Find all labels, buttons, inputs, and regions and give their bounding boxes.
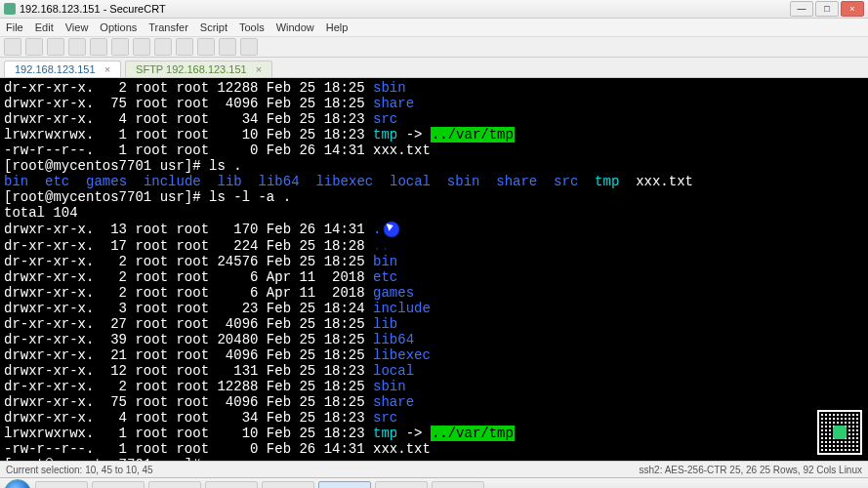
toolbar-button[interactable] bbox=[111, 38, 129, 56]
menu-window[interactable]: Window bbox=[276, 21, 314, 33]
toolbar bbox=[0, 37, 868, 58]
maximize-button[interactable]: □ bbox=[815, 1, 839, 17]
toolbar-button[interactable] bbox=[240, 38, 258, 56]
toolbar-button[interactable] bbox=[197, 38, 215, 56]
menu-view[interactable]: View bbox=[65, 21, 89, 33]
toolbar-button[interactable] bbox=[90, 38, 107, 56]
menu-script[interactable]: Script bbox=[200, 21, 227, 33]
menu-edit[interactable]: Edit bbox=[35, 21, 54, 33]
status-selection: Current selection: 10, 45 to 10, 45 bbox=[6, 465, 153, 475]
toolbar-button[interactable] bbox=[4, 38, 21, 56]
tab-session-sftp[interactable]: SFTP 192.168.123.151 × bbox=[125, 61, 272, 77]
terminal[interactable]: dr-xr-xr-x. 2 root root 12288 Feb 25 18:… bbox=[0, 78, 868, 461]
toolbar-button[interactable] bbox=[133, 38, 150, 56]
taskbar-item[interactable] bbox=[148, 481, 201, 488]
menu-options[interactable]: Options bbox=[100, 21, 137, 33]
tab-session-active[interactable]: 192.168.123.151 × bbox=[4, 61, 121, 77]
menu-file[interactable]: File bbox=[6, 21, 23, 33]
toolbar-button[interactable] bbox=[47, 38, 64, 56]
app-icon bbox=[4, 3, 16, 15]
close-button[interactable]: × bbox=[841, 1, 864, 17]
minimize-button[interactable]: — bbox=[790, 1, 813, 17]
taskbar-item[interactable] bbox=[432, 481, 484, 488]
taskbar-item[interactable] bbox=[35, 481, 88, 488]
tabbar: 192.168.123.151 × SFTP 192.168.123.151 × bbox=[0, 58, 868, 78]
toolbar-button[interactable] bbox=[68, 38, 86, 56]
toolbar-button[interactable] bbox=[154, 38, 172, 56]
qr-code-overlay bbox=[817, 410, 862, 455]
status-connection: ssh2: AES-256-CTR 25, 26 25 Rows, 92 Col… bbox=[640, 465, 862, 475]
tab-label: 192.168.123.151 bbox=[15, 63, 96, 75]
taskbar-item[interactable] bbox=[92, 481, 145, 488]
toolbar-button[interactable] bbox=[176, 38, 193, 56]
toolbar-button[interactable] bbox=[219, 38, 236, 56]
taskbar-item[interactable] bbox=[205, 481, 258, 488]
taskbar-item[interactable] bbox=[318, 481, 371, 488]
tab-close-icon[interactable]: × bbox=[256, 63, 262, 75]
window-title: 192.168.123.151 - SecureCRT bbox=[20, 3, 166, 15]
toolbar-button[interactable] bbox=[25, 38, 43, 56]
taskbar-item[interactable] bbox=[375, 481, 428, 488]
menu-transfer[interactable]: Transfer bbox=[148, 21, 188, 33]
taskbar: ▲ bbox=[0, 477, 868, 488]
menu-help[interactable]: Help bbox=[326, 21, 349, 33]
tab-close-icon[interactable]: × bbox=[104, 63, 110, 75]
tab-label: SFTP 192.168.123.151 bbox=[136, 63, 247, 75]
taskbar-item[interactable] bbox=[262, 481, 314, 488]
titlebar: 192.168.123.151 - SecureCRT — □ × bbox=[0, 0, 868, 19]
menubar: File Edit View Options Transfer Script T… bbox=[0, 19, 868, 37]
menu-tools[interactable]: Tools bbox=[239, 21, 265, 33]
start-button[interactable] bbox=[4, 479, 31, 488]
statusbar: Current selection: 10, 45 to 10, 45 ssh2… bbox=[0, 461, 868, 477]
